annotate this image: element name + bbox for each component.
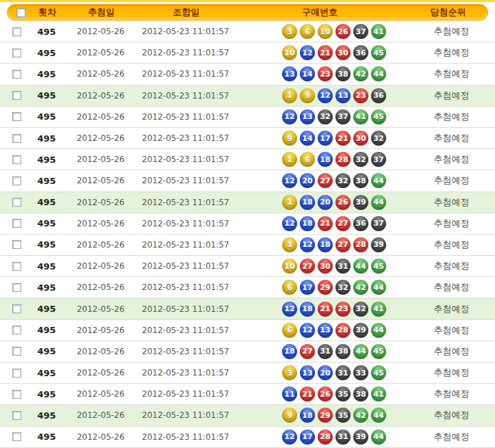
row-checkbox[interactable] (12, 198, 21, 207)
cell-round: 495 (33, 363, 60, 383)
lotto-ball: 21 (318, 216, 333, 231)
lotto-ball: 38 (353, 173, 368, 188)
lotto-ball: 45 (371, 344, 386, 359)
cell-select (0, 42, 33, 63)
column-header-round: 횟차 (34, 6, 61, 18)
lotto-ball: 42 (353, 280, 368, 295)
lotto-ball: 23 (353, 88, 368, 103)
lotto-ball: 10 (282, 259, 297, 274)
cell-numbers: 121821233241 (230, 298, 408, 319)
cell-rank: 추첨예정 (408, 277, 495, 298)
cell-combo-date: 2012-05-23 11:01:57 (141, 256, 230, 276)
lotto-ball: 21 (335, 131, 351, 146)
row-checkbox[interactable] (12, 432, 21, 441)
cell-draw-date: 2012-05-26 (60, 320, 141, 341)
row-checkbox[interactable] (12, 70, 21, 79)
lotto-ball: 36 (353, 216, 368, 231)
cell-numbers: 182731384445 (230, 341, 408, 362)
lotto-ball: 31 (335, 259, 351, 274)
cell-numbers: 112126353841 (230, 384, 408, 404)
cell-numbers: 61213283944 (230, 320, 408, 341)
row-checkbox[interactable] (12, 91, 21, 100)
lotto-ball: 1 (282, 152, 297, 167)
cell-numbers: 102730314445 (230, 256, 408, 276)
row-checkbox[interactable] (12, 27, 21, 36)
cell-combo-date: 2012-05-23 11:01:57 (141, 427, 230, 447)
row-checkbox[interactable] (12, 369, 21, 378)
lotto-ball: 12 (282, 216, 297, 231)
row-checkbox[interactable] (12, 390, 21, 399)
lotto-ball: 37 (353, 24, 368, 39)
lotto-ball: 18 (300, 408, 315, 423)
cell-round: 495 (33, 64, 60, 84)
row-checkbox[interactable] (12, 283, 21, 292)
cell-rank: 추첨예정 (408, 192, 495, 213)
lotto-ball: 37 (371, 216, 386, 231)
lotto-ball: 36 (371, 88, 386, 103)
lotto-ball: 38 (335, 344, 351, 359)
cell-rank: 추첨예정 (408, 149, 495, 170)
column-header-rank: 당첨순위 (409, 6, 487, 18)
lotto-ball: 44 (371, 408, 386, 423)
cell-select (0, 384, 33, 404)
cell-rank: 추첨예정 (408, 85, 495, 106)
row-checkbox[interactable] (12, 176, 21, 185)
row-checkbox[interactable] (12, 262, 21, 271)
table-row: 4952012-05-262012-05-23 11:01:5791417213… (0, 128, 495, 149)
lotto-ball: 28 (335, 323, 351, 338)
row-checkbox[interactable] (12, 134, 21, 143)
lotto-ball: 30 (335, 45, 351, 60)
column-header-draw-date: 추첨일 (61, 6, 142, 18)
lotto-ball: 35 (335, 386, 351, 401)
row-checkbox[interactable] (12, 49, 21, 57)
lotto-ball: 12 (300, 237, 315, 252)
row-checkbox[interactable] (12, 347, 21, 356)
cell-round: 495 (33, 107, 60, 127)
lotto-ball: 42 (353, 408, 368, 423)
cell-rank: 추첨예정 (408, 213, 495, 234)
table-row: 4952012-05-262012-05-23 11:01:5713142338… (0, 64, 495, 85)
cell-round: 495 (33, 277, 60, 298)
row-checkbox[interactable] (12, 326, 21, 334)
cell-combo-date: 2012-05-23 11:01:57 (141, 192, 230, 213)
row-checkbox[interactable] (12, 304, 21, 313)
lotto-ball: 45 (371, 109, 386, 124)
lotto-ball: 17 (300, 280, 315, 295)
row-checkbox[interactable] (12, 240, 21, 249)
cell-round: 495 (33, 128, 60, 148)
row-checkbox[interactable] (12, 219, 21, 228)
cell-combo-date: 2012-05-23 11:01:57 (141, 21, 230, 42)
row-checkbox[interactable] (12, 112, 21, 121)
cell-numbers: 31320313345 (230, 363, 408, 383)
lotto-ball: 9 (300, 88, 315, 103)
lotto-ball: 30 (318, 259, 333, 274)
table-row: 4952012-05-262012-05-23 11:01:5711212635… (0, 384, 495, 405)
cell-rank: 추첨예정 (408, 64, 495, 84)
lotto-ball: 32 (335, 173, 351, 188)
header-cell-select (8, 8, 34, 17)
lotto-ball: 12 (282, 302, 297, 317)
lotto-ball: 44 (371, 195, 386, 210)
row-checkbox[interactable] (12, 411, 21, 420)
lotto-ball: 18 (300, 302, 315, 317)
table-row: 4952012-05-262012-05-23 11:01:5712182123… (0, 298, 495, 319)
cell-numbers: 61729324244 (230, 277, 408, 298)
lotto-ball: 26 (335, 24, 351, 39)
lotto-ball: 44 (371, 430, 386, 445)
lotto-ball: 13 (300, 365, 315, 380)
select-all-checkbox[interactable] (16, 8, 25, 17)
table-row: 4952012-05-262012-05-23 11:01:5761213283… (0, 320, 495, 341)
lotto-ball: 31 (335, 430, 351, 445)
cell-draw-date: 2012-05-26 (60, 277, 141, 298)
lotto-ball: 27 (335, 237, 351, 252)
table-row: 4952012-05-262012-05-23 11:01:5736102637… (0, 21, 495, 42)
cell-draw-date: 2012-05-26 (60, 341, 141, 362)
cell-numbers: 101221303645 (230, 42, 408, 63)
lotto-ball: 20 (318, 195, 333, 210)
cell-draw-date: 2012-05-26 (60, 149, 141, 170)
cell-rank: 추첨예정 (408, 170, 495, 191)
row-checkbox[interactable] (12, 155, 21, 164)
cell-round: 495 (33, 235, 60, 255)
lotto-ball: 41 (371, 386, 386, 401)
cell-draw-date: 2012-05-26 (60, 235, 141, 255)
